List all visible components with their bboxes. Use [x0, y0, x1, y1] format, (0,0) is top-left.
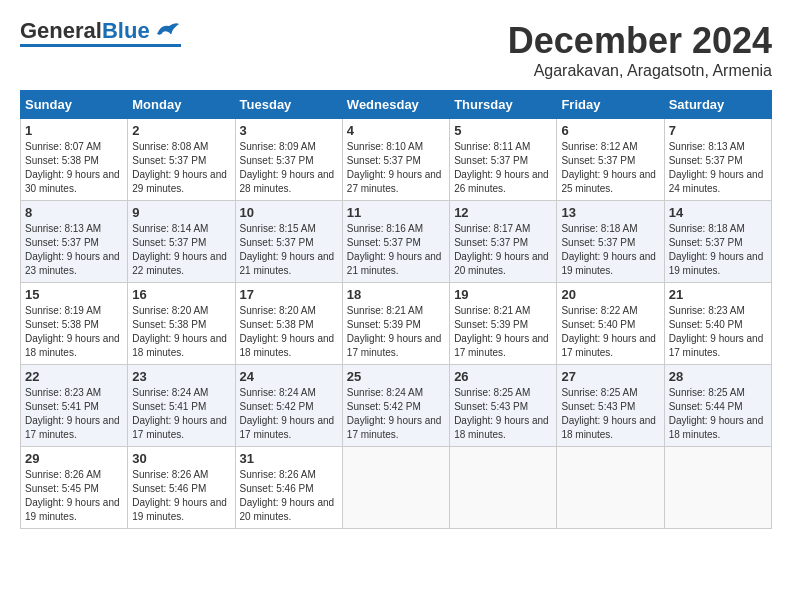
table-cell: 21 Sunrise: 8:23 AMSunset: 5:40 PMDaylig… [664, 283, 771, 365]
day-number: 10 [240, 205, 338, 220]
table-cell: 11 Sunrise: 8:16 AMSunset: 5:37 PMDaylig… [342, 201, 449, 283]
day-detail: Sunrise: 8:22 AMSunset: 5:40 PMDaylight:… [561, 304, 659, 360]
table-cell: 20 Sunrise: 8:22 AMSunset: 5:40 PMDaylig… [557, 283, 664, 365]
table-cell: 13 Sunrise: 8:18 AMSunset: 5:37 PMDaylig… [557, 201, 664, 283]
table-cell: 2 Sunrise: 8:08 AMSunset: 5:37 PMDayligh… [128, 119, 235, 201]
day-number: 9 [132, 205, 230, 220]
day-number: 28 [669, 369, 767, 384]
day-detail: Sunrise: 8:24 AMSunset: 5:42 PMDaylight:… [240, 386, 338, 442]
day-detail: Sunrise: 8:25 AMSunset: 5:44 PMDaylight:… [669, 386, 767, 442]
day-detail: Sunrise: 8:23 AMSunset: 5:41 PMDaylight:… [25, 386, 123, 442]
day-detail: Sunrise: 8:10 AMSunset: 5:37 PMDaylight:… [347, 140, 445, 196]
table-cell: 30 Sunrise: 8:26 AMSunset: 5:46 PMDaylig… [128, 447, 235, 529]
table-cell [450, 447, 557, 529]
day-number: 25 [347, 369, 445, 384]
day-detail: Sunrise: 8:14 AMSunset: 5:37 PMDaylight:… [132, 222, 230, 278]
day-number: 15 [25, 287, 123, 302]
day-detail: Sunrise: 8:26 AMSunset: 5:45 PMDaylight:… [25, 468, 123, 524]
day-detail: Sunrise: 8:09 AMSunset: 5:37 PMDaylight:… [240, 140, 338, 196]
table-cell: 9 Sunrise: 8:14 AMSunset: 5:37 PMDayligh… [128, 201, 235, 283]
table-cell: 16 Sunrise: 8:20 AMSunset: 5:38 PMDaylig… [128, 283, 235, 365]
table-cell: 15 Sunrise: 8:19 AMSunset: 5:38 PMDaylig… [21, 283, 128, 365]
table-cell: 24 Sunrise: 8:24 AMSunset: 5:42 PMDaylig… [235, 365, 342, 447]
logo-underline [20, 44, 181, 47]
day-number: 4 [347, 123, 445, 138]
table-cell [664, 447, 771, 529]
table-cell: 3 Sunrise: 8:09 AMSunset: 5:37 PMDayligh… [235, 119, 342, 201]
logo-text: GeneralBlue [20, 20, 150, 42]
day-detail: Sunrise: 8:15 AMSunset: 5:37 PMDaylight:… [240, 222, 338, 278]
location-title: Agarakavan, Aragatsotn, Armenia [508, 62, 772, 80]
day-detail: Sunrise: 8:08 AMSunset: 5:37 PMDaylight:… [132, 140, 230, 196]
table-cell: 23 Sunrise: 8:24 AMSunset: 5:41 PMDaylig… [128, 365, 235, 447]
day-number: 30 [132, 451, 230, 466]
table-cell [557, 447, 664, 529]
day-number: 3 [240, 123, 338, 138]
table-cell: 31 Sunrise: 8:26 AMSunset: 5:46 PMDaylig… [235, 447, 342, 529]
table-cell: 10 Sunrise: 8:15 AMSunset: 5:37 PMDaylig… [235, 201, 342, 283]
day-number: 13 [561, 205, 659, 220]
day-number: 19 [454, 287, 552, 302]
calendar-header: Sunday Monday Tuesday Wednesday Thursday… [21, 91, 772, 119]
table-cell: 27 Sunrise: 8:25 AMSunset: 5:43 PMDaylig… [557, 365, 664, 447]
table-cell: 1 Sunrise: 8:07 AMSunset: 5:38 PMDayligh… [21, 119, 128, 201]
day-detail: Sunrise: 8:12 AMSunset: 5:37 PMDaylight:… [561, 140, 659, 196]
day-number: 5 [454, 123, 552, 138]
day-number: 1 [25, 123, 123, 138]
month-title: December 2024 [508, 20, 772, 62]
day-number: 16 [132, 287, 230, 302]
day-number: 2 [132, 123, 230, 138]
weekday-monday: Monday [128, 91, 235, 119]
day-detail: Sunrise: 8:24 AMSunset: 5:42 PMDaylight:… [347, 386, 445, 442]
day-detail: Sunrise: 8:26 AMSunset: 5:46 PMDaylight:… [132, 468, 230, 524]
day-number: 7 [669, 123, 767, 138]
day-detail: Sunrise: 8:13 AMSunset: 5:37 PMDaylight:… [25, 222, 123, 278]
day-number: 22 [25, 369, 123, 384]
day-number: 6 [561, 123, 659, 138]
table-cell: 19 Sunrise: 8:21 AMSunset: 5:39 PMDaylig… [450, 283, 557, 365]
table-cell: 14 Sunrise: 8:18 AMSunset: 5:37 PMDaylig… [664, 201, 771, 283]
table-cell: 22 Sunrise: 8:23 AMSunset: 5:41 PMDaylig… [21, 365, 128, 447]
weekday-wednesday: Wednesday [342, 91, 449, 119]
table-cell: 17 Sunrise: 8:20 AMSunset: 5:38 PMDaylig… [235, 283, 342, 365]
day-number: 29 [25, 451, 123, 466]
table-cell: 28 Sunrise: 8:25 AMSunset: 5:44 PMDaylig… [664, 365, 771, 447]
calendar-table: Sunday Monday Tuesday Wednesday Thursday… [20, 90, 772, 529]
day-number: 21 [669, 287, 767, 302]
day-number: 26 [454, 369, 552, 384]
day-number: 12 [454, 205, 552, 220]
day-number: 20 [561, 287, 659, 302]
day-detail: Sunrise: 8:17 AMSunset: 5:37 PMDaylight:… [454, 222, 552, 278]
day-detail: Sunrise: 8:07 AMSunset: 5:38 PMDaylight:… [25, 140, 123, 196]
day-number: 24 [240, 369, 338, 384]
table-cell: 18 Sunrise: 8:21 AMSunset: 5:39 PMDaylig… [342, 283, 449, 365]
day-detail: Sunrise: 8:18 AMSunset: 5:37 PMDaylight:… [669, 222, 767, 278]
day-detail: Sunrise: 8:25 AMSunset: 5:43 PMDaylight:… [561, 386, 659, 442]
day-number: 23 [132, 369, 230, 384]
weekday-saturday: Saturday [664, 91, 771, 119]
table-cell: 5 Sunrise: 8:11 AMSunset: 5:37 PMDayligh… [450, 119, 557, 201]
table-cell: 26 Sunrise: 8:25 AMSunset: 5:43 PMDaylig… [450, 365, 557, 447]
day-number: 14 [669, 205, 767, 220]
day-detail: Sunrise: 8:20 AMSunset: 5:38 PMDaylight:… [132, 304, 230, 360]
day-number: 27 [561, 369, 659, 384]
day-detail: Sunrise: 8:21 AMSunset: 5:39 PMDaylight:… [347, 304, 445, 360]
day-number: 8 [25, 205, 123, 220]
day-number: 17 [240, 287, 338, 302]
table-cell: 12 Sunrise: 8:17 AMSunset: 5:37 PMDaylig… [450, 201, 557, 283]
table-cell: 8 Sunrise: 8:13 AMSunset: 5:37 PMDayligh… [21, 201, 128, 283]
day-detail: Sunrise: 8:18 AMSunset: 5:37 PMDaylight:… [561, 222, 659, 278]
day-detail: Sunrise: 8:20 AMSunset: 5:38 PMDaylight:… [240, 304, 338, 360]
day-detail: Sunrise: 8:16 AMSunset: 5:37 PMDaylight:… [347, 222, 445, 278]
weekday-sunday: Sunday [21, 91, 128, 119]
calendar-body: 1 Sunrise: 8:07 AMSunset: 5:38 PMDayligh… [21, 119, 772, 529]
page-header: GeneralBlue December 2024 Agarakavan, Ar… [20, 20, 772, 80]
weekday-friday: Friday [557, 91, 664, 119]
logo: GeneralBlue [20, 20, 181, 47]
day-detail: Sunrise: 8:11 AMSunset: 5:37 PMDaylight:… [454, 140, 552, 196]
day-detail: Sunrise: 8:26 AMSunset: 5:46 PMDaylight:… [240, 468, 338, 524]
day-number: 11 [347, 205, 445, 220]
table-cell: 29 Sunrise: 8:26 AMSunset: 5:45 PMDaylig… [21, 447, 128, 529]
day-number: 31 [240, 451, 338, 466]
day-detail: Sunrise: 8:23 AMSunset: 5:40 PMDaylight:… [669, 304, 767, 360]
